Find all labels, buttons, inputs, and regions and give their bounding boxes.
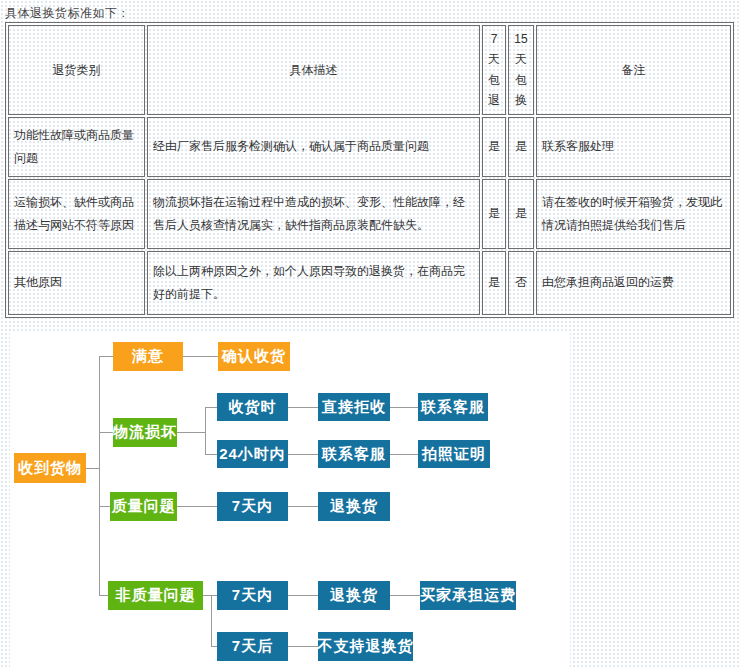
connector-line	[203, 595, 211, 596]
cell-description: 除以上两种原因之外，如个人原因导致的退换货，在商品完好的前提下。	[147, 251, 480, 315]
table-row: 功能性故障或商品质量问题 经由厂家售后服务检测确认，确认属于商品质量问题 是 是…	[8, 117, 731, 177]
cell-15day: 是	[508, 179, 534, 249]
connector-line	[288, 407, 318, 408]
connector-line	[86, 468, 99, 469]
table-row: 运输损坏、缺件或商品描述与网站不符等原因 物流损坏指在运输过程中造成的损坏、变形…	[8, 179, 731, 249]
connector-line	[99, 356, 100, 596]
cell-7day: 是	[482, 117, 506, 177]
flow-node-quality-issue: 质量问题	[110, 492, 177, 521]
connector-line	[205, 407, 217, 408]
flow-node-photo-proof: 拍照证明	[418, 440, 490, 468]
cell-7day: 是	[482, 179, 506, 249]
connector-line	[99, 356, 113, 357]
page-title: 具体退换货标准如下：	[5, 5, 130, 22]
connector-line	[288, 646, 318, 647]
connector-line	[183, 356, 218, 357]
cell-15day: 是	[508, 117, 534, 177]
cell-category: 运输损坏、缺件或商品描述与网站不符等原因	[8, 179, 145, 249]
connector-line	[177, 432, 205, 433]
connector-line	[177, 506, 217, 507]
flow-node-contact-service: 联系客服	[318, 440, 390, 468]
flow-node-contact-service: 联系客服	[418, 393, 488, 421]
cell-description: 经由厂家售后服务检测确认，确认属于商品质量问题	[147, 117, 480, 177]
connector-line	[390, 595, 420, 596]
cell-category: 功能性故障或商品质量问题	[8, 117, 145, 177]
flow-node-buyer-pays-shipping: 买家承担运费	[420, 581, 516, 610]
flow-node-within-7days: 7天内	[217, 581, 288, 610]
connector-line	[99, 595, 108, 596]
flow-node-no-return-exchange: 不支持退换货	[318, 632, 413, 661]
cell-description: 物流损坏指在运输过程中造成的损坏、变形、性能故障，经售后人员核查情况属实，缺件指…	[147, 179, 480, 249]
cell-remarks: 由您承担商品返回的运费	[536, 251, 731, 315]
connector-line	[99, 506, 110, 507]
header-remarks: 备注	[536, 25, 731, 115]
connector-line	[288, 454, 318, 455]
connector-line	[211, 595, 212, 646]
flowchart-background	[10, 333, 570, 668]
connector-line	[99, 432, 113, 433]
table-row: 其他原因 除以上两种原因之外，如个人原因导致的退换货，在商品完好的前提下。 是 …	[8, 251, 731, 315]
flow-node-satisfied: 满意	[113, 342, 183, 371]
connector-line	[205, 454, 217, 455]
flow-node-return-exchange: 退换货	[318, 581, 390, 610]
return-policy-table: 退货类别 具体描述 7天包退 15天包换 备注 功能性故障或商品质量问题 经由厂…	[5, 22, 734, 318]
cell-15day: 否	[508, 251, 534, 315]
cell-category: 其他原因	[8, 251, 145, 315]
cell-remarks: 联系客服处理	[536, 117, 731, 177]
connector-line	[205, 407, 206, 455]
connector-line	[288, 506, 318, 507]
flow-node-within-24h: 24小时内	[217, 440, 288, 468]
flow-node-after-7days: 7天后	[217, 632, 288, 661]
flow-node-within-7days: 7天内	[217, 492, 288, 521]
flow-node-confirm-receipt: 确认收货	[218, 342, 290, 371]
cell-7day: 是	[482, 251, 506, 315]
header-15day-exchange: 15天包换	[508, 25, 534, 115]
flow-node-non-quality-issue: 非质量问题	[108, 581, 203, 610]
flow-node-goods-received: 收到货物	[14, 453, 86, 483]
cell-remarks: 请在签收的时候开箱验货，发现此情况请拍照提供给我们售后	[536, 179, 731, 249]
connector-line	[390, 454, 418, 455]
header-description: 具体描述	[147, 25, 480, 115]
flow-node-return-exchange: 退换货	[318, 492, 390, 521]
header-7day-return: 7天包退	[482, 25, 506, 115]
return-flowchart: 收到货物 满意 确认收货 物流损坏 收货时 直接拒收 联系客服 24小时内 联系…	[0, 333, 740, 668]
flow-node-logistics-damage: 物流损坏	[113, 418, 177, 447]
connector-line	[390, 407, 418, 408]
flow-node-on-receipt: 收货时	[217, 393, 288, 421]
table-header-row: 退货类别 具体描述 7天包退 15天包换 备注	[8, 25, 731, 115]
header-category: 退货类别	[8, 25, 145, 115]
flow-node-reject-directly: 直接拒收	[318, 393, 390, 421]
connector-line	[288, 595, 318, 596]
